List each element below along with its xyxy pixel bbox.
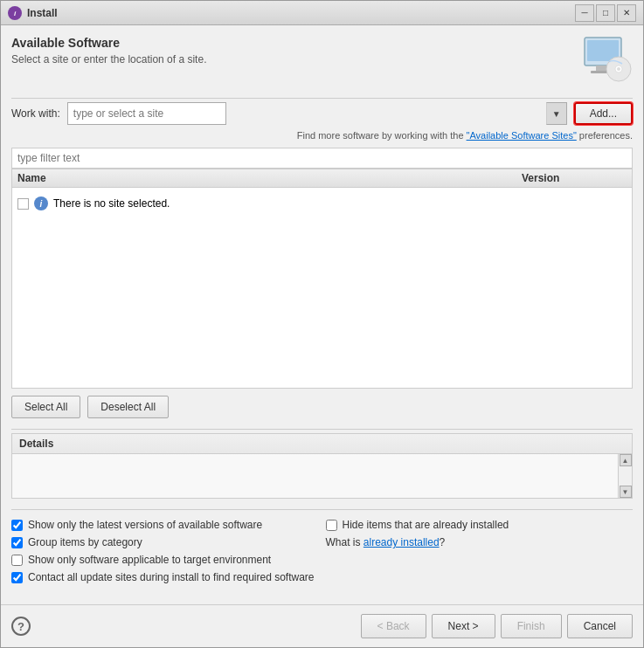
option-col-right-1: Hide items that are already installed (326, 519, 634, 536)
details-body: ▲ ▼ (12, 454, 632, 498)
select-buttons-row: Select All Deselect All (11, 389, 633, 425)
label-applicable-env: Show only software applicable to target … (28, 554, 271, 566)
details-section: Details ▲ ▼ (11, 433, 633, 499)
header-icon (580, 36, 633, 84)
add-button[interactable]: Add... (574, 102, 633, 125)
no-site-row: i There is no site selected. (17, 193, 627, 214)
checkbox-latest-versions[interactable] (11, 520, 23, 531)
header-text: Available Software Select a site or ente… (11, 36, 206, 65)
no-site-checkbox[interactable] (17, 198, 29, 210)
header-separator (11, 98, 633, 99)
back-button[interactable]: < Back (361, 614, 426, 638)
software-sites-text: Find more software by working with the (297, 130, 467, 141)
info-icon: i (34, 196, 48, 210)
svg-point-8 (617, 67, 620, 71)
software-sites-link[interactable]: "Available Software Sites" (467, 130, 577, 141)
page-subtitle: Select a site or enter the location of a… (11, 53, 206, 65)
page-title: Available Software (11, 36, 206, 50)
options-row-2: Group items by category What is already … (11, 536, 633, 554)
maximize-button[interactable]: □ (596, 4, 615, 22)
option-col-left-1: Show only the latest versions of availab… (11, 519, 319, 536)
option-latest-versions: Show only the latest versions of availab… (11, 519, 319, 531)
table-body: i There is no site selected. (12, 188, 632, 388)
no-site-message: There is no site selected. (53, 197, 170, 210)
software-sites-suffix: preferences. (577, 130, 633, 141)
details-header: Details (12, 434, 632, 454)
help-icon[interactable]: ? (11, 617, 31, 636)
details-label: Details (19, 438, 53, 450)
window-controls: ─ □ ✕ (575, 4, 636, 22)
options-separator (11, 509, 633, 510)
option-group-by-category: Group items by category (11, 536, 319, 548)
window-title: Install (27, 7, 575, 19)
window-icon: i (8, 6, 22, 20)
site-input[interactable] (67, 102, 226, 125)
software-table: Name Version i There is no site selected… (11, 169, 633, 389)
deselect-all-button[interactable]: Deselect All (87, 396, 169, 418)
details-separator (11, 429, 633, 430)
software-sites-row: Find more software by working with the "… (11, 130, 633, 141)
table-header: Name Version (12, 169, 632, 188)
next-button[interactable]: Next > (432, 614, 495, 638)
dropdown-arrow-icon[interactable]: ▼ (546, 102, 567, 125)
filter-input[interactable] (11, 148, 633, 169)
main-panel: Name Version i There is no site selected… (11, 148, 633, 389)
title-bar: i Install ─ □ ✕ (1, 1, 643, 25)
already-installed-link[interactable]: already installed (364, 536, 440, 548)
cancel-button[interactable]: Cancel (567, 614, 633, 638)
scroll-down-icon[interactable]: ▼ (620, 486, 632, 498)
label-contact-update-sites: Contact all update sites during install … (28, 571, 315, 583)
label-latest-versions: Show only the latest versions of availab… (28, 519, 262, 531)
scroll-up-icon[interactable]: ▲ (620, 454, 632, 466)
checkbox-applicable-env[interactable] (11, 555, 23, 566)
option-col-left-2: Group items by category (11, 536, 319, 554)
details-scrollbar[interactable]: ▲ ▼ (618, 454, 632, 498)
option-hide-installed: Hide items that are already installed (326, 519, 634, 531)
work-with-row: Work with: ▼ Add... (11, 102, 633, 125)
minimize-button[interactable]: ─ (575, 4, 594, 22)
footer: ? < Back Next > Finish Cancel (1, 604, 643, 647)
site-dropdown-wrapper: ▼ (67, 102, 567, 125)
label-group-by-category: Group items by category (28, 536, 142, 548)
option-applicable-env: Show only software applicable to target … (11, 554, 633, 566)
select-all-button[interactable]: Select All (11, 396, 80, 418)
header-section: Available Software Select a site or ente… (11, 36, 633, 84)
option-what-is-installed: What is already installed? (326, 536, 634, 548)
option-col-right-2: What is already installed? (326, 536, 634, 554)
finish-button[interactable]: Finish (501, 614, 562, 638)
label-what-is: What is already installed? (326, 536, 446, 548)
label-hide-installed: Hide items that are already installed (343, 519, 509, 531)
column-version: Version (522, 172, 627, 184)
footer-buttons: < Back Next > Finish Cancel (361, 614, 633, 638)
option-contact-update-sites: Contact all update sites during install … (11, 571, 633, 583)
checkbox-group-by-category[interactable] (11, 537, 23, 548)
checkbox-contact-update-sites[interactable] (11, 572, 23, 583)
column-name: Name (17, 172, 522, 184)
options-row-1: Show only the latest versions of availab… (11, 519, 633, 536)
content-area: Available Software Select a site or ente… (1, 25, 643, 604)
options-section: Show only the latest versions of availab… (11, 514, 633, 594)
install-window: i Install ─ □ ✕ Available Software Selec… (0, 0, 644, 648)
svg-rect-4 (596, 65, 606, 71)
checkbox-hide-installed[interactable] (326, 520, 337, 531)
close-button[interactable]: ✕ (617, 4, 636, 22)
work-with-label: Work with: (11, 107, 60, 120)
